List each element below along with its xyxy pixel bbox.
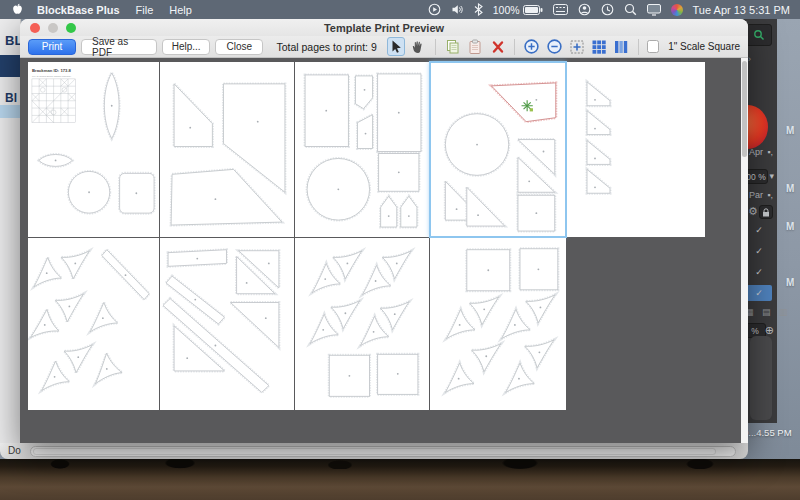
background-label: Bl bbox=[5, 91, 17, 105]
panel-small-icon[interactable]: ▪, bbox=[767, 190, 773, 200]
search-icon[interactable] bbox=[624, 3, 637, 16]
print-page-6[interactable] bbox=[28, 238, 159, 410]
select-arrow-icon[interactable] bbox=[387, 37, 405, 56]
volume-icon[interactable] bbox=[451, 3, 464, 16]
menu-app-name[interactable]: BlockBase Plus bbox=[37, 4, 120, 16]
dropdown-arrow-icon[interactable]: ▾ bbox=[769, 171, 774, 181]
menu-help[interactable]: Help bbox=[169, 4, 192, 16]
battery-percent: 100% bbox=[493, 4, 520, 16]
zoom-out-icon[interactable] bbox=[546, 37, 563, 56]
preview-content[interactable]: Brackman ID: 173.8 Key to Scaled Block (… bbox=[20, 58, 748, 443]
user-circle-icon[interactable] bbox=[578, 3, 591, 16]
print-page-5[interactable] bbox=[567, 62, 705, 237]
print-page-8[interactable] bbox=[295, 238, 429, 410]
print-page-9[interactable] bbox=[430, 238, 566, 410]
grid-view-icon[interactable] bbox=[590, 37, 607, 56]
background-window-left: BL Bl bbox=[0, 19, 21, 443]
total-pages-label: Total pages to print: 9 bbox=[276, 41, 376, 53]
hand-pan-icon[interactable] bbox=[410, 37, 427, 56]
window-title: Template Print Preview bbox=[20, 22, 748, 34]
column-view-icon[interactable] bbox=[613, 37, 630, 56]
delete-x-icon[interactable] bbox=[489, 37, 506, 56]
horizontal-scrollbar-thumb[interactable] bbox=[33, 448, 716, 455]
desktop: M M M M BL Bl › Apr ▪, 00 % ▾ Par ▪, ⚙ ✓… bbox=[0, 0, 800, 500]
panel-small-icon[interactable]: ▪, bbox=[767, 147, 773, 157]
vertical-scrollbar[interactable] bbox=[741, 58, 748, 443]
background-selected-item[interactable] bbox=[0, 55, 20, 77]
print-page-1[interactable]: Brackman ID: 173.8 Key to Scaled Block (… bbox=[28, 62, 159, 237]
page1-caption: Key to Scaled Block (shown reduced) bbox=[32, 75, 71, 78]
zoom-in-icon[interactable] bbox=[523, 37, 540, 56]
print-page-7[interactable] bbox=[160, 238, 294, 410]
background-highlight-item[interactable] bbox=[0, 105, 20, 118]
print-page-4-selected[interactable] bbox=[430, 62, 566, 237]
panel-checkbox-selected[interactable]: ✓ bbox=[746, 285, 772, 301]
background-label: BL bbox=[5, 33, 21, 48]
print-page-2[interactable] bbox=[160, 62, 294, 237]
selected-template-shape[interactable] bbox=[491, 83, 555, 122]
background-text-fragment: M bbox=[786, 221, 794, 232]
apple-menu-icon[interactable] bbox=[12, 3, 23, 16]
play-circle-icon[interactable] bbox=[428, 3, 441, 16]
background-bottom-label: Do bbox=[8, 445, 21, 456]
notification-time: 0...4.55 PM bbox=[743, 427, 792, 438]
chevron-icon[interactable]: › bbox=[748, 54, 751, 64]
background-bottom-bar: Do bbox=[0, 443, 748, 459]
title-bar[interactable]: Template Print Preview bbox=[20, 19, 748, 36]
copy-icon[interactable] bbox=[444, 37, 461, 56]
print-page-3[interactable] bbox=[295, 62, 429, 237]
help-button[interactable]: Help... bbox=[162, 39, 210, 55]
background-text-fragment: M bbox=[786, 125, 794, 136]
display-icon[interactable] bbox=[647, 4, 661, 16]
siri-icon[interactable] bbox=[671, 4, 683, 16]
clock-icon[interactable] bbox=[601, 3, 614, 16]
scale-square-checkbox[interactable] bbox=[647, 40, 659, 53]
battery-icon[interactable]: 100% bbox=[493, 4, 543, 16]
menu-file[interactable]: File bbox=[136, 4, 154, 16]
panel-icon-row[interactable]: ▦ ▤ ▥ bbox=[745, 307, 791, 317]
print-button[interactable]: Print bbox=[28, 39, 76, 55]
panel-checkbox[interactable]: ✓ bbox=[746, 222, 772, 238]
wallpaper-bushes bbox=[0, 459, 800, 469]
horizontal-scrollbar[interactable] bbox=[30, 446, 736, 457]
menu-bar: BlockBase Plus File Help 100% bbox=[0, 0, 800, 19]
background-gray-panel bbox=[750, 336, 772, 420]
vertical-scrollbar-thumb[interactable] bbox=[742, 61, 747, 157]
save-as-pdf-button[interactable]: Save as PDF bbox=[81, 39, 157, 55]
paste-icon[interactable] bbox=[466, 37, 483, 56]
preview-toolbar: Print Save as PDF Help... Close Total pa… bbox=[20, 36, 748, 58]
lock-icon[interactable] bbox=[759, 205, 773, 219]
block-preview-thumbnail bbox=[32, 79, 75, 123]
panel-par-label: Par bbox=[749, 190, 763, 200]
background-text-fragment: M bbox=[786, 183, 794, 194]
panel-checkbox[interactable]: ✓ bbox=[746, 243, 772, 259]
panel-checkbox[interactable]: ✓ bbox=[746, 264, 772, 280]
background-text-fragment: M bbox=[786, 277, 794, 288]
gear-icon[interactable]: ⚙ bbox=[748, 205, 758, 218]
keyboard-icon[interactable] bbox=[553, 4, 568, 15]
green-tool-icon[interactable] bbox=[746, 24, 772, 46]
bluetooth-icon[interactable] bbox=[474, 3, 483, 16]
close-button[interactable]: Close bbox=[215, 39, 263, 55]
scale-square-label: 1" Scale Square bbox=[668, 41, 740, 52]
menu-clock[interactable]: Tue Apr 13 5:31 PM bbox=[693, 4, 790, 16]
template-print-preview-window: Template Print Preview Print Save as PDF… bbox=[20, 19, 748, 443]
zoom-fit-icon[interactable] bbox=[568, 37, 585, 56]
page1-header: Brackman ID: 173.8 bbox=[32, 68, 72, 73]
